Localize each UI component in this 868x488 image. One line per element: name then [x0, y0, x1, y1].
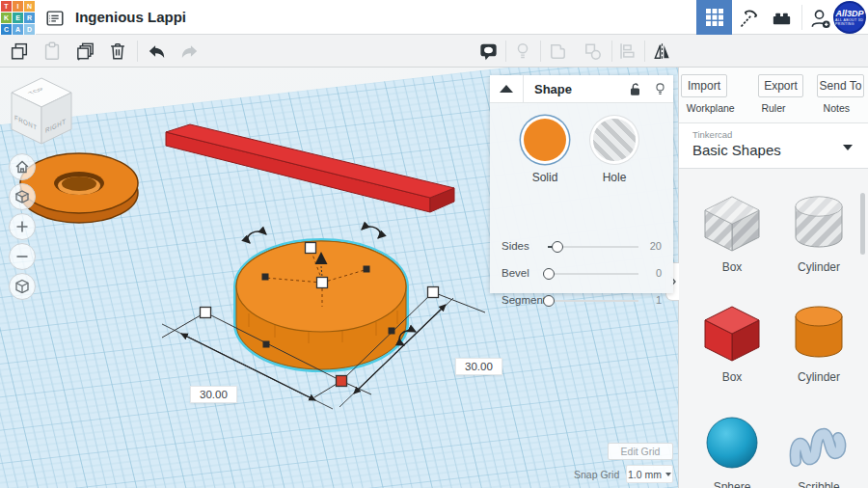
- scale-handle-top[interactable]: [306, 243, 316, 254]
- snap-grid-label: Snap Grid: [574, 469, 619, 480]
- lego-brick-icon[interactable]: [770, 6, 794, 30]
- logo-tile: I: [13, 1, 23, 12]
- shape-library-dropdown[interactable]: Tinkercad Basic Shapes: [679, 123, 868, 169]
- edit-grid-button[interactable]: Edit Grid: [608, 443, 673, 460]
- logo-tile: C: [1, 24, 12, 35]
- slider-label: Sides: [502, 240, 529, 252]
- zoom-in-button[interactable]: [9, 213, 36, 240]
- hole-swatch[interactable]: [593, 119, 636, 161]
- sphere-thumb: [695, 413, 769, 473]
- chevron-down-icon: [843, 145, 853, 150]
- logo-tile: T: [1, 1, 12, 12]
- delete-icon[interactable]: [106, 40, 129, 63]
- blocks-view-button[interactable]: [696, 0, 732, 35]
- shape-label: Cylinder: [781, 370, 856, 384]
- torus-shape[interactable]: [20, 153, 138, 223]
- ungroup-icon[interactable]: [581, 40, 604, 63]
- document-title[interactable]: Ingenious Lappi: [75, 9, 186, 25]
- show-all-icon[interactable]: [476, 40, 500, 63]
- bevel-slider-row: Bevel 0: [502, 266, 662, 282]
- shape-panel-title: Shape: [534, 82, 623, 96]
- view-cube[interactable]: TOP FRONT RIGHT: [12, 78, 71, 144]
- segments-slider-row: Segments 1: [502, 293, 662, 309]
- shape-box-solid[interactable]: Box: [694, 303, 770, 384]
- minus-icon: [15, 250, 29, 263]
- export-button[interactable]: Export: [758, 74, 803, 97]
- bevel-slider-knob[interactable]: [543, 268, 555, 280]
- redo-icon[interactable]: [177, 40, 201, 63]
- perspective-toggle-button[interactable]: [9, 273, 36, 300]
- segments-slider[interactable]: [548, 300, 638, 302]
- collapse-panel-button[interactable]: [490, 75, 524, 103]
- add-user-icon[interactable]: [808, 6, 832, 30]
- send-to-button[interactable]: Send To: [817, 74, 864, 97]
- toolbar-separator: [505, 41, 506, 62]
- edge-handle[interactable]: [262, 274, 269, 281]
- shape-cylinder-hole[interactable]: Cylinder: [781, 193, 856, 274]
- solid-label: Solid: [524, 171, 566, 184]
- shape-label: Sphere: [694, 480, 770, 488]
- shape-cylinder-solid[interactable]: Cylinder: [781, 303, 856, 384]
- sides-slider-knob[interactable]: [552, 241, 563, 253]
- topbar-separator: [801, 5, 802, 30]
- bevel-slider[interactable]: [548, 273, 638, 275]
- box-red-thumb: [695, 303, 769, 363]
- snap-grid-select[interactable]: 1.0 mm: [626, 465, 673, 483]
- dimension-width-label[interactable]: 30.00: [190, 386, 237, 403]
- segments-slider-knob[interactable]: [543, 295, 555, 307]
- home-view-button[interactable]: [9, 153, 36, 180]
- mirror-icon[interactable]: [650, 40, 673, 63]
- shape-panel-header: Shape: [490, 75, 673, 103]
- undo-icon[interactable]: [145, 40, 168, 63]
- align-icon[interactable]: [615, 40, 638, 63]
- shape-label: Box: [694, 370, 770, 384]
- bulb-icon[interactable]: [646, 81, 673, 97]
- shape-label: Box: [694, 260, 770, 274]
- sides-slider[interactable]: [548, 246, 638, 248]
- logo-tile: A: [13, 24, 23, 35]
- shape-box-hole[interactable]: Box: [694, 193, 770, 274]
- edge-handle[interactable]: [389, 328, 395, 335]
- cylinder-hole-thumb: [782, 193, 855, 253]
- scale-handle-active[interactable]: [337, 376, 347, 387]
- paste-icon[interactable]: [41, 40, 64, 63]
- zoom-out-button[interactable]: [9, 243, 36, 270]
- toolbar: Import Export Send To: [0, 35, 868, 68]
- library-name: Basic Shapes: [692, 142, 854, 158]
- scale-handle-height[interactable]: [317, 278, 328, 288]
- badge-text: All3DP: [835, 9, 863, 18]
- design-properties-icon[interactable]: [42, 6, 67, 30]
- fit-view-button[interactable]: [9, 183, 36, 210]
- sidebar-scrollbar[interactable]: [860, 193, 865, 255]
- toolbar-separator: [137, 41, 138, 62]
- unlock-icon[interactable]: [623, 81, 646, 97]
- home-icon: [14, 159, 30, 175]
- group-icon[interactable]: [546, 40, 569, 63]
- plus-icon: [15, 220, 29, 233]
- solid-swatch[interactable]: [524, 119, 566, 161]
- copy-icon[interactable]: [8, 40, 31, 63]
- shapes-sidebar: Workplane Ruler Notes Tinkercad Basic Sh…: [678, 68, 868, 488]
- box-hole-thumb: [695, 193, 769, 253]
- shape-sphere[interactable]: Sphere: [694, 413, 770, 488]
- edge-handle[interactable]: [263, 341, 270, 348]
- sides-slider-row: Sides 20: [502, 239, 662, 255]
- tinkercad-logo[interactable]: TINKERCAD: [0, 0, 36, 35]
- tinkercad-app: TINKERCAD Ingenious Lappi All3DP ALL ABO…: [0, 0, 868, 488]
- top-bar: TINKERCAD Ingenious Lappi All3DP ALL ABO…: [0, 0, 868, 35]
- shape-scribble[interactable]: Scribble: [781, 413, 856, 488]
- dimension-depth-label[interactable]: 30.00: [455, 358, 502, 375]
- minecraft-pickaxe-icon[interactable]: [736, 6, 760, 30]
- scale-handle-left[interactable]: [201, 308, 211, 318]
- all3dp-badge[interactable]: All3DP ALL ABOUT 3D PRINTING: [833, 1, 866, 34]
- fit-view-icon: [14, 189, 30, 204]
- import-button[interactable]: Import: [681, 74, 727, 97]
- notes-label: Notes: [824, 102, 850, 114]
- logo-tile: R: [24, 13, 35, 23]
- logo-tile: E: [13, 13, 23, 23]
- scale-handle-right[interactable]: [428, 287, 439, 298]
- duplicate-icon[interactable]: [73, 40, 96, 63]
- hidden-bulb-icon[interactable]: [511, 40, 534, 63]
- edge-handle[interactable]: [364, 266, 370, 273]
- shape-label: Cylinder: [781, 260, 856, 274]
